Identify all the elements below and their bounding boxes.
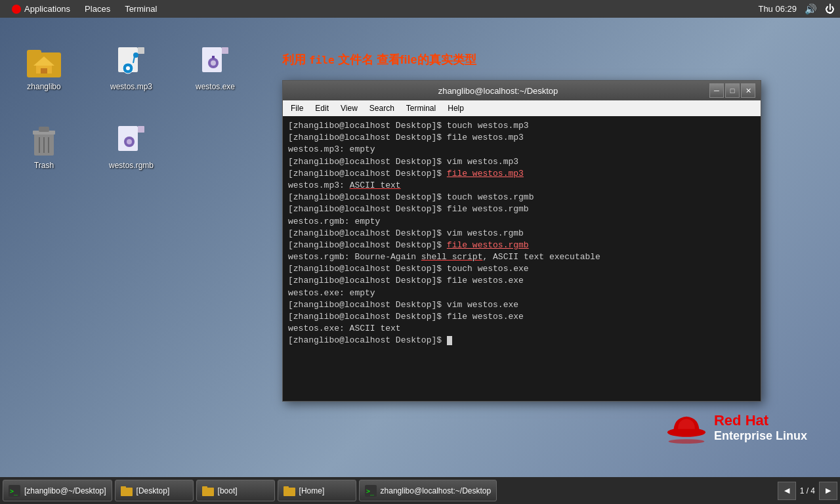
icon-label-mp3: westos.mp3 bbox=[110, 82, 152, 91]
redhat-logo: Red Hat Enterprise Linux bbox=[667, 411, 807, 444]
pager-prev[interactable]: ◀ bbox=[778, 482, 796, 500]
icon-label-trash: Trash bbox=[34, 161, 54, 170]
terminal-title: zhanglibo@localhost:~/Desktop bbox=[288, 86, 708, 96]
taskbar-item-desktop[interactable]: [Desktop] bbox=[115, 480, 194, 501]
taskbar-pager: ◀ 1 / 4 ▶ bbox=[778, 482, 837, 500]
term-line-10: [zhanglibo@localhost Desktop]$ vim westo… bbox=[288, 228, 755, 240]
term-line-2: [zhanglibo@localhost Desktop]$ file west… bbox=[288, 132, 755, 144]
desktop-annotation: 利用 file 文件名 查看file的真实类型 bbox=[282, 52, 476, 68]
tmenu-terminal[interactable]: Terminal bbox=[401, 102, 441, 114]
term-line-9: westos.rgmb: empty bbox=[288, 216, 755, 228]
term-line-8: [zhanglibo@localhost Desktop]$ file west… bbox=[288, 203, 755, 215]
taskbar-terminal-icon-2: >_ bbox=[365, 485, 377, 497]
svg-point-16 bbox=[211, 60, 216, 66]
taskbar-item-terminal-desktop[interactable]: >_ [zhanglibo@~/Desktop] bbox=[3, 480, 112, 501]
term-line-6: westos.mp3: ASCII text bbox=[288, 180, 755, 192]
taskbar-item-home[interactable]: [Home] bbox=[278, 480, 356, 501]
desktop-icon-trash[interactable]: Trash bbox=[14, 121, 74, 173]
term-line-4: [zhanglibo@localhost Desktop]$ vim westo… bbox=[288, 156, 755, 168]
svg-rect-7 bbox=[138, 47, 144, 54]
taskbar-folder-icon-3 bbox=[284, 485, 295, 497]
taskbar-terminal-icon: >_ bbox=[9, 485, 20, 497]
terminal-close-button[interactable]: ✕ bbox=[741, 83, 755, 98]
tmenu-file[interactable]: File bbox=[285, 102, 308, 114]
svg-point-11 bbox=[133, 52, 138, 58]
icon-label-exe: westos.exe bbox=[196, 82, 235, 91]
term-line-15: westos.exe: empty bbox=[288, 287, 755, 299]
tmenu-search[interactable]: Search bbox=[364, 102, 400, 114]
redhat-dot-icon bbox=[12, 5, 21, 14]
menubar: Applications Places Terminal Thu 06:29 🔊… bbox=[0, 0, 840, 18]
term-line-5: [zhanglibo@localhost Desktop]$ file west… bbox=[288, 168, 755, 180]
taskbar-folder-icon-1 bbox=[121, 485, 133, 497]
term-line-19: [zhanglibo@localhost Desktop]$ bbox=[288, 335, 755, 346]
volume-icon[interactable]: 🔊 bbox=[805, 3, 817, 15]
icon-label-zhanglibo: zhanglibo bbox=[27, 82, 60, 91]
tmenu-help[interactable]: Help bbox=[442, 102, 469, 114]
svg-point-9 bbox=[126, 66, 130, 70]
terminal-menubar: File Edit View Search Terminal Help bbox=[283, 100, 761, 116]
svg-point-29 bbox=[669, 439, 705, 444]
term-line-18: westos.exe: ASCII text bbox=[288, 323, 755, 335]
taskbar-item-terminal-active[interactable]: >_ zhanglibo@localhost:~/Desktop bbox=[359, 480, 497, 501]
menu-places[interactable]: Places bbox=[78, 3, 117, 15]
menu-applications[interactable]: Applications bbox=[5, 3, 77, 15]
svg-rect-36 bbox=[202, 486, 207, 490]
terminal-titlebar: zhanglibo@localhost:~/Desktop ─ □ ✕ bbox=[283, 81, 761, 100]
clock: Thu 06:29 bbox=[758, 4, 797, 14]
redhat-hat-icon bbox=[667, 411, 706, 444]
tmenu-edit[interactable]: Edit bbox=[310, 102, 334, 114]
term-line-14: [zhanglibo@localhost Desktop]$ file west… bbox=[288, 275, 755, 287]
desktop: 利用 file 文件名 查看file的真实类型 zhanglibo bbox=[0, 18, 840, 477]
svg-text:>_: >_ bbox=[10, 488, 18, 495]
desktop-icon-mp3[interactable]: westos.mp3 bbox=[102, 43, 161, 94]
svg-text:>_: >_ bbox=[366, 488, 375, 495]
taskbar-item-boot[interactable]: [boot] bbox=[196, 480, 275, 501]
taskbar-folder-icon-2 bbox=[202, 485, 214, 497]
terminal-window: zhanglibo@localhost:~/Desktop ─ □ ✕ File… bbox=[282, 80, 761, 402]
svg-point-28 bbox=[127, 139, 132, 144]
taskbar: >_ [zhanglibo@~/Desktop] [Desktop] [boot… bbox=[0, 477, 840, 504]
desktop-icon-zhanglibo[interactable]: zhanglibo bbox=[14, 43, 74, 94]
svg-rect-17 bbox=[212, 56, 215, 58]
term-line-12: westos.rgmb: Bourne-Again shell script, … bbox=[288, 251, 755, 263]
power-icon[interactable]: ⏻ bbox=[825, 3, 835, 14]
term-line-3: westos.mp3: empty bbox=[288, 144, 755, 156]
term-line-17: [zhanglibo@localhost Desktop]$ file west… bbox=[288, 311, 755, 323]
svg-rect-34 bbox=[121, 486, 126, 490]
terminal-content[interactable]: [zhanglibo@localhost Desktop]$ touch wes… bbox=[283, 116, 761, 401]
svg-rect-20 bbox=[39, 127, 49, 132]
svg-rect-1 bbox=[27, 50, 41, 58]
term-line-11: [zhanglibo@localhost Desktop]$ file west… bbox=[288, 240, 755, 251]
term-line-13: [zhanglibo@localhost Desktop]$ touch wes… bbox=[288, 263, 755, 275]
term-line-16: [zhanglibo@localhost Desktop]$ vim westo… bbox=[288, 299, 755, 311]
tmenu-view[interactable]: View bbox=[335, 102, 363, 114]
desktop-icon-exe[interactable]: westos.exe bbox=[186, 43, 245, 94]
menu-terminal[interactable]: Terminal bbox=[118, 3, 163, 15]
terminal-maximize-button[interactable]: □ bbox=[725, 83, 740, 98]
desktop-icon-rgmb[interactable]: westos.rgmb bbox=[102, 121, 161, 173]
terminal-minimize-button[interactable]: ─ bbox=[709, 83, 724, 98]
pager-next[interactable]: ▶ bbox=[819, 482, 837, 500]
svg-rect-14 bbox=[222, 47, 228, 54]
svg-rect-4 bbox=[41, 68, 47, 74]
term-line-1: [zhanglibo@localhost Desktop]$ touch wes… bbox=[288, 120, 755, 132]
svg-rect-26 bbox=[138, 126, 144, 133]
term-line-7: [zhanglibo@localhost Desktop]$ touch wes… bbox=[288, 192, 755, 203]
icon-label-rgmb: westos.rgmb bbox=[109, 161, 154, 170]
svg-rect-38 bbox=[284, 486, 289, 490]
